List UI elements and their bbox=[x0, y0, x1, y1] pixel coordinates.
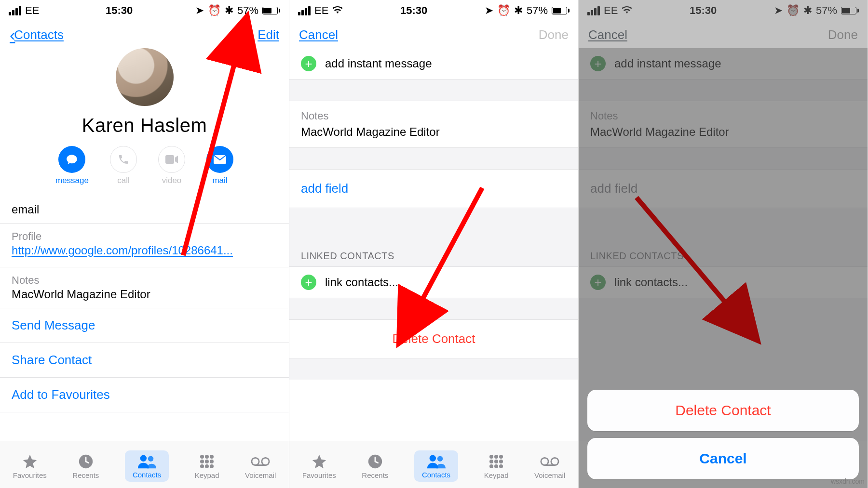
plus-icon: + bbox=[301, 275, 316, 290]
add-field-row[interactable]: add field bbox=[289, 169, 578, 208]
battery-icon bbox=[262, 7, 280, 14]
svg-point-23 bbox=[499, 455, 503, 459]
keypad-icon bbox=[487, 453, 506, 470]
nav-bar: ‹Contacts Edit bbox=[0, 21, 289, 48]
battery-percent: 57% bbox=[237, 4, 258, 17]
tab-label: Keypad bbox=[195, 471, 219, 479]
tab-keypad[interactable]: Keypad bbox=[484, 453, 509, 479]
tab-label: Recents bbox=[362, 471, 388, 479]
svg-point-13 bbox=[210, 464, 214, 468]
svg-point-14 bbox=[252, 458, 259, 465]
svg-point-30 bbox=[541, 458, 548, 465]
edit-list: + add instant message Notes MacWorld Mag… bbox=[289, 48, 578, 441]
tab-contacts[interactable]: Contacts bbox=[125, 450, 169, 482]
profile-url[interactable]: http://www.google.com/profiles/10286641.… bbox=[12, 244, 233, 257]
clock-icon bbox=[366, 453, 385, 470]
detail-list: email Profile http://www.google.com/prof… bbox=[0, 196, 289, 441]
svg-point-10 bbox=[210, 460, 214, 463]
tab-label: Voicemail bbox=[534, 471, 565, 479]
share-contact-row[interactable]: Share Contact bbox=[0, 343, 289, 378]
tab-recents[interactable]: Recents bbox=[362, 453, 388, 479]
avatar[interactable] bbox=[116, 48, 174, 106]
voicemail-icon bbox=[251, 453, 270, 470]
message-icon bbox=[66, 153, 78, 166]
svg-point-6 bbox=[205, 455, 209, 459]
status-time: 15:30 bbox=[106, 4, 133, 17]
video-icon bbox=[165, 155, 178, 164]
sheet-cancel-button[interactable]: Cancel bbox=[587, 438, 859, 479]
svg-point-5 bbox=[200, 455, 204, 459]
mail-icon bbox=[214, 155, 226, 164]
svg-point-19 bbox=[430, 455, 436, 462]
linked-contacts-header: LINKED CONTACTS bbox=[289, 236, 578, 266]
delete-contact-row[interactable]: Delete Contact bbox=[289, 319, 578, 358]
svg-rect-0 bbox=[165, 155, 174, 164]
sheet-delete-button[interactable]: Delete Contact bbox=[587, 390, 859, 431]
location-icon: ➤ bbox=[485, 4, 493, 17]
action-sheet: Delete Contact Cancel bbox=[587, 383, 859, 479]
signal-icon bbox=[9, 6, 21, 15]
screen-delete-confirm: EE 15:30 ➤ ⏰ ✱ 57% Cancel Done + add ins… bbox=[579, 0, 868, 488]
tab-label: Voicemail bbox=[245, 471, 276, 479]
tab-bar: Favourites Recents Contacts Keypad Voice… bbox=[289, 441, 578, 488]
star-icon bbox=[310, 453, 329, 470]
mail-label: mail bbox=[212, 176, 227, 185]
video-button[interactable]: video bbox=[158, 146, 185, 185]
svg-point-3 bbox=[140, 455, 147, 462]
back-button[interactable]: ‹Contacts bbox=[10, 26, 64, 44]
svg-point-22 bbox=[494, 455, 498, 459]
tab-voicemail[interactable]: Voicemail bbox=[534, 453, 565, 479]
cancel-button[interactable]: Cancel bbox=[299, 27, 338, 42]
link-contacts-row[interactable]: + link contacts... bbox=[289, 266, 578, 298]
bluetooth-icon: ✱ bbox=[514, 4, 523, 17]
bluetooth-icon: ✱ bbox=[225, 4, 233, 17]
svg-point-26 bbox=[499, 460, 503, 463]
notes-row[interactable]: Notes MacWorld Magazine Editor bbox=[0, 267, 289, 308]
svg-point-24 bbox=[489, 460, 493, 463]
notes-text: MacWorld Magazine Editor bbox=[301, 125, 440, 138]
edit-button[interactable]: Edit bbox=[258, 27, 279, 42]
alarm-icon: ⏰ bbox=[497, 4, 510, 17]
contact-header: Karen Haslem message call video mail bbox=[0, 48, 289, 196]
svg-point-4 bbox=[148, 456, 153, 462]
battery-percent: 57% bbox=[527, 4, 548, 17]
tab-label: Recents bbox=[72, 471, 99, 479]
call-button[interactable]: call bbox=[110, 146, 137, 185]
notes-row[interactable]: Notes MacWorld Magazine Editor bbox=[289, 101, 578, 148]
clock-icon bbox=[76, 453, 95, 470]
svg-point-9 bbox=[205, 460, 209, 463]
tab-contacts[interactable]: Contacts bbox=[414, 450, 458, 482]
carrier-label: EE bbox=[314, 4, 328, 17]
voicemail-icon bbox=[540, 453, 559, 470]
message-button[interactable]: message bbox=[55, 146, 89, 185]
send-message-row[interactable]: Send Message bbox=[0, 308, 289, 343]
video-label: video bbox=[162, 176, 182, 185]
notes-label: Notes bbox=[301, 110, 567, 122]
mail-button[interactable]: mail bbox=[206, 146, 233, 185]
profile-row[interactable]: Profile http://www.google.com/profiles/1… bbox=[0, 224, 289, 267]
svg-point-25 bbox=[494, 460, 498, 463]
location-icon: ➤ bbox=[195, 4, 204, 17]
email-row[interactable]: email bbox=[0, 196, 289, 224]
svg-point-12 bbox=[205, 464, 209, 468]
tab-favourites[interactable]: Favourites bbox=[302, 453, 336, 479]
svg-point-11 bbox=[200, 464, 204, 468]
keypad-icon bbox=[197, 453, 217, 470]
svg-point-29 bbox=[499, 464, 503, 468]
tab-keypad[interactable]: Keypad bbox=[195, 453, 219, 479]
tab-recents[interactable]: Recents bbox=[72, 453, 99, 479]
add-instant-message-row[interactable]: + add instant message bbox=[289, 48, 578, 79]
done-button[interactable]: Done bbox=[539, 27, 569, 42]
svg-point-27 bbox=[489, 464, 493, 468]
tab-favourites[interactable]: Favourites bbox=[13, 453, 47, 479]
add-favourites-row[interactable]: Add to Favourites bbox=[0, 378, 289, 412]
message-label: message bbox=[55, 176, 89, 185]
svg-point-21 bbox=[489, 455, 493, 459]
tab-label: Favourites bbox=[302, 471, 336, 479]
nav-bar: Cancel Done bbox=[289, 21, 578, 48]
svg-point-20 bbox=[437, 456, 443, 462]
tab-voicemail[interactable]: Voicemail bbox=[245, 453, 276, 479]
plus-icon: + bbox=[301, 56, 316, 71]
svg-point-15 bbox=[262, 458, 269, 465]
battery-icon bbox=[552, 7, 570, 14]
